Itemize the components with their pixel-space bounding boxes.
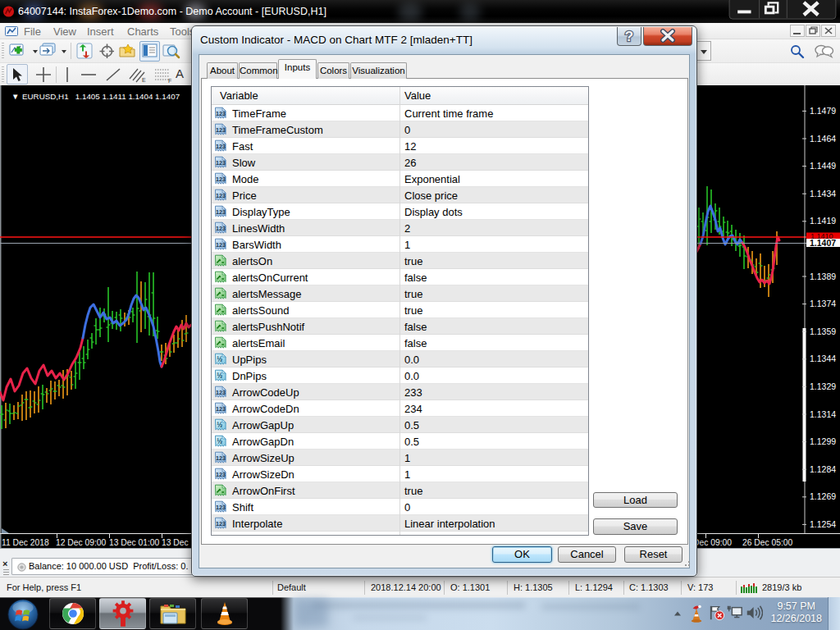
svg-text:123: 123	[216, 208, 226, 216]
svg-text:1.1284: 1.1284	[810, 464, 836, 474]
svg-text:123: 123	[216, 159, 226, 167]
svg-text:1.1329: 1.1329	[810, 381, 836, 391]
svg-text:½: ½	[217, 421, 222, 429]
svg-text:13 Dec 01:00: 13 Dec 01:00	[109, 538, 160, 547]
svg-text:123: 123	[216, 389, 226, 396]
svg-text:123: 123	[216, 454, 226, 462]
svg-text:1.1389: 1.1389	[810, 272, 836, 281]
svg-text:123: 123	[216, 405, 226, 413]
svg-text:1.1314: 1.1314	[810, 409, 836, 419]
svg-text:EURUSD,H1 1.1405 1.1411 1.14: EURUSD,H1 1.1405 1.1411 1.1404 1.1407	[22, 92, 180, 101]
svg-text:123: 123	[216, 241, 226, 249]
svg-text:F: F	[168, 78, 171, 84]
svg-text:▼: ▼	[11, 92, 19, 101]
svg-text:11 Dec 2018: 11 Dec 2018	[2, 538, 49, 547]
svg-text:123: 123	[216, 143, 226, 150]
svg-text:123: 123	[216, 504, 226, 511]
svg-text:12 Dec 09:00: 12 Dec 09:00	[56, 538, 107, 547]
svg-text:1.1464: 1.1464	[810, 134, 836, 144]
svg-text:26 Dec 05:00: 26 Dec 05:00	[742, 538, 793, 547]
svg-text:1.1269: 1.1269	[810, 491, 836, 501]
svg-text:1.1359: 1.1359	[810, 326, 836, 336]
svg-text:1.1254: 1.1254	[810, 519, 836, 529]
svg-text:1.1374: 1.1374	[810, 299, 836, 308]
svg-text:123: 123	[216, 520, 226, 527]
svg-text:E: E	[142, 77, 146, 83]
svg-text:1.1434: 1.1434	[810, 189, 836, 199]
svg-text:1.1449: 1.1449	[810, 161, 836, 171]
svg-text:123: 123	[216, 192, 226, 199]
svg-text:123: 123	[216, 126, 226, 134]
svg-text:½: ½	[217, 372, 222, 380]
svg-text:1.1344: 1.1344	[810, 354, 836, 363]
svg-text:1.1479: 1.1479	[810, 106, 836, 116]
svg-text:Dec 09:00: Dec 09:00	[693, 538, 732, 547]
svg-text:123: 123	[216, 225, 226, 232]
svg-text:123: 123	[216, 110, 226, 117]
svg-text:1.1419: 1.1419	[810, 216, 836, 226]
svg-text:?: ?	[625, 29, 633, 44]
svg-text:123: 123	[216, 471, 226, 478]
svg-text:½: ½	[217, 355, 222, 363]
svg-text:1.1299: 1.1299	[810, 436, 836, 446]
svg-text:123: 123	[216, 176, 226, 183]
svg-text:1.1407: 1.1407	[810, 238, 836, 248]
svg-text:½: ½	[217, 437, 222, 445]
